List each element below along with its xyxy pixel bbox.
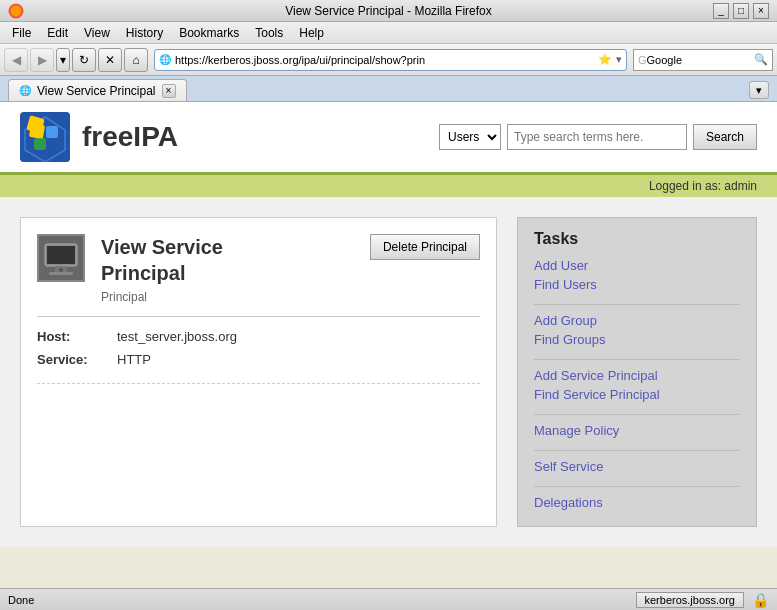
browser-search-input[interactable] [647, 54, 754, 66]
logo-cube [20, 112, 70, 162]
browser-search-submit[interactable]: 🔍 [754, 53, 768, 66]
menu-bar: File Edit View History Bookmarks Tools H… [0, 22, 777, 44]
find-service-principal-link[interactable]: Find Service Principal [534, 387, 740, 402]
add-group-link[interactable]: Add Group [534, 313, 740, 328]
task-sep-2 [534, 359, 740, 360]
close-button[interactable]: × [753, 3, 769, 19]
task-sep-3 [534, 414, 740, 415]
window-controls[interactable]: _ □ × [713, 3, 769, 19]
url-bar[interactable]: 🌐 https://kerberos.jboss.org/ipa/ui/prin… [154, 49, 627, 71]
principal-icon-svg [39, 236, 83, 280]
principal-title-block: View Service Principal Principal [101, 234, 223, 304]
svg-rect-2 [29, 123, 45, 139]
new-tab-area: ▾ [187, 81, 770, 101]
menu-help[interactable]: Help [291, 24, 332, 42]
login-bar: Logged in as: admin [0, 175, 777, 197]
menu-bookmarks[interactable]: Bookmarks [171, 24, 247, 42]
task-sep-1 [534, 304, 740, 305]
host-field: Host: test_server.jboss.org [37, 329, 480, 344]
header-search: Users Search [439, 124, 757, 150]
menu-history[interactable]: History [118, 24, 171, 42]
home-button[interactable]: ⌂ [124, 48, 148, 72]
search-input[interactable] [507, 124, 687, 150]
app-header: freeIPA Users Search [0, 102, 777, 175]
active-tab[interactable]: 🌐 View Service Principal × [8, 79, 187, 101]
forward-button[interactable]: ▶ [30, 48, 54, 72]
add-user-link[interactable]: Add User [534, 258, 740, 273]
main-panel: View Service Principal Principal Delete … [20, 217, 497, 527]
svg-rect-3 [46, 126, 58, 138]
browser-search-icon: G [638, 54, 647, 66]
find-groups-link[interactable]: Find Groups [534, 332, 740, 347]
url-lock-icon: ⭐ [598, 53, 612, 66]
title-bar: View Service Principal - Mozilla Firefox… [0, 0, 777, 22]
task-group-principals: Add Service Principal Find Service Princ… [534, 368, 740, 402]
security-lock-icon: 🔒 [752, 592, 769, 608]
status-right: kerberos.jboss.org 🔒 [636, 592, 770, 608]
svg-rect-4 [34, 138, 46, 150]
svg-rect-9 [49, 272, 73, 275]
menu-edit[interactable]: Edit [39, 24, 76, 42]
entity-select[interactable]: Users [439, 124, 501, 150]
principal-subtitle: Principal [101, 290, 223, 304]
host-label: Host: [37, 329, 117, 344]
browser-search-bar[interactable]: G 🔍 [633, 49, 773, 71]
tab-icon: 🌐 [19, 85, 31, 96]
manage-policy-link[interactable]: Manage Policy [534, 423, 740, 438]
tasks-title: Tasks [534, 230, 740, 248]
header-divider [37, 316, 480, 317]
svg-rect-7 [47, 246, 75, 264]
minimize-button[interactable]: _ [713, 3, 729, 19]
principal-title: View Service Principal [101, 234, 223, 286]
menu-file[interactable]: File [4, 24, 39, 42]
history-dropdown-button[interactable]: ▾ [56, 48, 70, 72]
service-label: Service: [37, 352, 117, 367]
add-service-principal-link[interactable]: Add Service Principal [534, 368, 740, 383]
back-button[interactable]: ◀ [4, 48, 28, 72]
logo-text: freeIPA [82, 121, 178, 153]
url-text: https://kerberos.jboss.org/ipa/ui/princi… [175, 54, 598, 66]
task-sep-5 [534, 486, 740, 487]
menu-tools[interactable]: Tools [247, 24, 291, 42]
url-icon: 🌐 [159, 54, 171, 65]
task-sep-4 [534, 450, 740, 451]
task-group-self: Self Service [534, 459, 740, 474]
refresh-button[interactable]: ↻ [72, 48, 96, 72]
delete-principal-button[interactable]: Delete Principal [370, 234, 480, 260]
tasks-panel: Tasks Add User Find Users Add Group Find… [517, 217, 757, 527]
maximize-button[interactable]: □ [733, 3, 749, 19]
task-group-delegations: Delegations [534, 495, 740, 510]
bottom-divider [37, 383, 480, 384]
content-area: View Service Principal Principal Delete … [0, 197, 777, 547]
delegations-link[interactable]: Delegations [534, 495, 740, 510]
status-text: Done [8, 594, 636, 606]
status-domain: kerberos.jboss.org [636, 592, 745, 608]
task-group-users: Add User Find Users [534, 258, 740, 292]
find-users-link[interactable]: Find Users [534, 277, 740, 292]
stop-button[interactable]: ✕ [98, 48, 122, 72]
tab-bar: 🌐 View Service Principal × ▾ [0, 76, 777, 102]
task-group-groups: Add Group Find Groups [534, 313, 740, 347]
nav-bar: ◀ ▶ ▾ ↻ ✕ ⌂ 🌐 https://kerberos.jboss.org… [0, 44, 777, 76]
self-service-link[interactable]: Self Service [534, 459, 740, 474]
status-bar: Done kerberos.jboss.org 🔒 [0, 588, 777, 610]
url-dropdown-button[interactable]: ▾ [616, 53, 622, 66]
firefox-icon [8, 3, 24, 19]
search-button[interactable]: Search [693, 124, 757, 150]
login-status: Logged in as: admin [649, 179, 757, 193]
tab-close-button[interactable]: × [162, 84, 176, 98]
menu-view[interactable]: View [76, 24, 118, 42]
svg-point-10 [59, 268, 63, 272]
host-value: test_server.jboss.org [117, 329, 237, 344]
svg-rect-0 [20, 112, 70, 162]
task-group-policy: Manage Policy [534, 423, 740, 438]
service-value: HTTP [117, 352, 151, 367]
logo-area: freeIPA [20, 112, 178, 162]
principal-icon [37, 234, 85, 282]
tab-label: View Service Principal [37, 84, 156, 98]
logo-svg [20, 112, 70, 162]
service-field: Service: HTTP [37, 352, 480, 367]
principal-header: View Service Principal Principal Delete … [37, 234, 480, 304]
window-title: View Service Principal - Mozilla Firefox [285, 4, 492, 18]
tab-list-dropdown[interactable]: ▾ [749, 81, 769, 99]
